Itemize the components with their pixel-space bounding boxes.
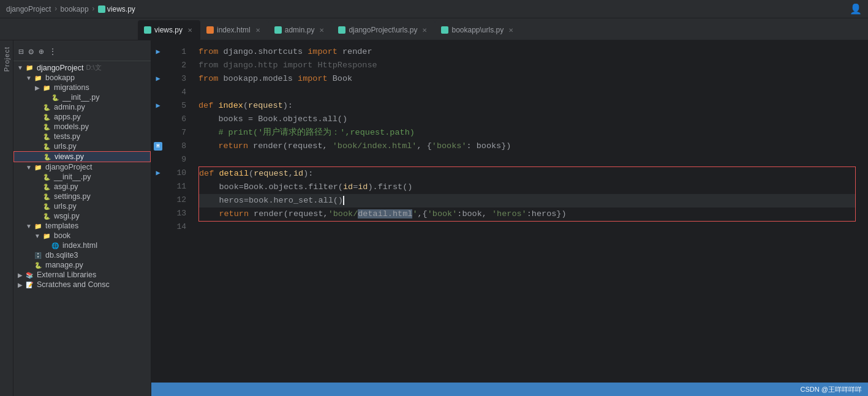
code-line-1: from django.shortcuts import render xyxy=(198,45,868,59)
code-gutter: ▶ ▶ ▶ H ▶ xyxy=(151,40,165,383)
watermark-text: CSDN @王咩咩咩咩 xyxy=(801,385,862,394)
project-tab[interactable]: Project xyxy=(0,40,13,396)
tab-icon-dj-urls xyxy=(338,26,345,34)
tab-bar: views.py ✕ index.html ✕ admin.py ✕ djang… xyxy=(0,18,868,40)
migrations-icon: 📁 xyxy=(42,83,51,92)
models-py-icon: 🐍 xyxy=(42,122,51,131)
tree-urls-py-2[interactable]: 🐍 urls.py xyxy=(13,201,151,211)
main-area: Project ⊟ ⚙ ⊕ ⋮ ▼ 📁 djangoProject D:\文 ▼… xyxy=(0,40,868,396)
tree-templates[interactable]: ▼ 📁 templates xyxy=(13,221,151,231)
breadcrumb-bar: djangoProject › bookapp › views.py 👤 xyxy=(0,0,868,18)
tree-scratches[interactable]: ▶ 📝 Scratches and Consc xyxy=(13,280,151,290)
gutter-4 xyxy=(151,86,165,99)
tree-djangoproject-sub[interactable]: ▼ 📁 djangoProject xyxy=(13,162,151,172)
apps-py-icon: 🐍 xyxy=(42,113,51,121)
tree-init-py-2[interactable]: 🐍 __init__.py xyxy=(13,172,151,182)
gutter-9 xyxy=(151,153,165,166)
code-line-14 xyxy=(198,222,868,235)
tab-icon-views-py xyxy=(144,26,151,34)
breadcrumb-bookapp[interactable]: bookapp xyxy=(61,5,89,13)
db-sqlite3-icon: 🗄️ xyxy=(33,251,43,260)
book-folder-icon: 📁 xyxy=(42,231,51,240)
tab-close-admin-py[interactable]: ✕ xyxy=(317,26,326,34)
gutter-6 xyxy=(151,113,165,126)
code-editor[interactable]: ▶ ▶ ▶ H ▶ 12345 678910 11121314 xyxy=(151,40,868,396)
code-line-7: # print('用户请求的路径为：',request.path) xyxy=(198,126,868,140)
admin-py-icon: 🐍 xyxy=(42,103,51,111)
code-line-5: def index(request): xyxy=(198,99,868,113)
code-line-12: heros=book.hero_set.all() xyxy=(198,194,856,207)
code-line-13: return render(request,'book/detail.html'… xyxy=(198,207,856,222)
tree-db-sqlite3[interactable]: 🗄️ db.sqlite3 xyxy=(13,250,151,260)
init-py1-icon: 🐍 xyxy=(50,93,60,102)
tree-models-py[interactable]: 🐍 models.py xyxy=(13,122,151,132)
tab-icon-admin-py xyxy=(274,26,282,34)
gutter-3: ▶ xyxy=(151,72,165,86)
status-bar: CSDN @王咩咩咩咩 xyxy=(151,383,868,396)
code-line-2: from django.http import HttpResponse xyxy=(198,59,868,72)
breadcrumb-project[interactable]: djangoProject xyxy=(6,5,51,13)
code-line-10: def detail(request,id): xyxy=(198,166,856,181)
tab-close-views-py[interactable]: ✕ xyxy=(186,26,194,34)
project-tab-label: Project xyxy=(3,47,10,72)
tree-external-libs[interactable]: ▶ 📚 External Libraries xyxy=(13,270,151,280)
code-line-4 xyxy=(198,86,868,99)
settings-py-icon: 🐍 xyxy=(42,192,51,201)
tab-admin-py[interactable]: admin.py ✕ xyxy=(268,20,333,40)
root-folder-icon: 📁 xyxy=(25,64,34,72)
tree-settings-py[interactable]: 🐍 settings.py xyxy=(13,192,151,201)
tab-index-html[interactable]: index.html ✕ xyxy=(200,20,268,40)
tree-index-html[interactable]: 🌐 index.html xyxy=(13,241,151,250)
views-py-icon xyxy=(98,6,105,13)
tab-views-py[interactable]: views.py ✕ xyxy=(138,20,200,40)
urls-py2-icon: 🐍 xyxy=(42,202,51,211)
code-line-8: return render(request, 'book/index.html'… xyxy=(198,140,868,153)
tree-admin-py[interactable]: 🐍 admin.py xyxy=(13,102,151,112)
tab-icon-bookapp-urls xyxy=(441,26,448,34)
tree-settings-btn[interactable]: ⚙ xyxy=(27,45,34,58)
tree-asgi-py[interactable]: 🐍 asgi.py xyxy=(13,182,151,192)
tree-wsgi-py[interactable]: 🐍 wsgi.py xyxy=(13,211,151,221)
tree-init-py-1[interactable]: 🐍 __init__.py xyxy=(13,92,151,102)
tab-close-index-html[interactable]: ✕ xyxy=(254,26,262,34)
gutter-7 xyxy=(151,126,165,140)
tree-bookapp[interactable]: ▼ 📁 bookapp xyxy=(13,73,151,83)
ext-libs-icon: 📚 xyxy=(25,271,34,279)
gutter-13 xyxy=(151,207,165,220)
tree-root[interactable]: ▼ 📁 djangoProject D:\文 xyxy=(13,62,151,73)
gutter-2 xyxy=(151,59,165,72)
code-area[interactable]: from django.shortcuts import render from… xyxy=(192,40,868,383)
user-icon[interactable]: 👤 xyxy=(850,3,862,15)
tree-apps-py[interactable]: 🐍 apps.py xyxy=(13,112,151,122)
dj-sub-icon: 📁 xyxy=(33,163,43,171)
gutter-11 xyxy=(151,180,165,193)
bookapp-icon: 📁 xyxy=(33,73,43,82)
asgi-py-icon: 🐍 xyxy=(42,182,51,191)
templates-icon: 📁 xyxy=(33,222,43,230)
tree-manage-py[interactable]: 🐍 manage.py xyxy=(13,260,151,270)
code-line-9 xyxy=(198,153,868,166)
tab-close-bookapp-urls[interactable]: ✕ xyxy=(507,26,515,34)
tab-djangoproject-urls[interactable]: djangoProject\urls.py ✕ xyxy=(332,20,435,40)
tree-expand-btn[interactable]: ⋮ xyxy=(47,45,58,58)
gutter-14 xyxy=(151,220,165,234)
line-numbers: 12345 678910 11121314 xyxy=(165,40,192,383)
tree-collapse-btn[interactable]: ⊟ xyxy=(17,45,25,58)
tab-bookapp-urls[interactable]: bookapp\urls.py ✕ xyxy=(435,20,521,40)
urls-py1-icon: 🐍 xyxy=(42,142,51,151)
scratches-icon: 📝 xyxy=(25,280,34,289)
gutter-5: ▶ xyxy=(151,99,165,113)
tree-tests-py[interactable]: 🐍 tests.py xyxy=(13,132,151,141)
tree-urls-py-1[interactable]: 🐍 urls.py xyxy=(13,141,151,151)
tree-toolbar: ⊟ ⚙ ⊕ ⋮ xyxy=(13,43,151,61)
gutter-10: ▶ xyxy=(151,166,165,180)
tree-migrations[interactable]: ▶ 📁 migrations xyxy=(13,83,151,92)
tree-locate-btn[interactable]: ⊕ xyxy=(37,45,45,58)
code-line-11: book=Book.objects.filter(id=id).first() xyxy=(198,181,856,194)
tab-close-dj-urls[interactable]: ✕ xyxy=(420,26,429,34)
views-py-tree-icon: 🐍 xyxy=(42,152,52,161)
breadcrumb-file: views.py xyxy=(107,5,135,13)
tree-book-folder[interactable]: ▼ 📁 book xyxy=(13,231,151,241)
tree-views-py[interactable]: 🐍 views.py xyxy=(13,151,151,162)
code-line-3: from bookapp.models import Book xyxy=(198,72,868,86)
